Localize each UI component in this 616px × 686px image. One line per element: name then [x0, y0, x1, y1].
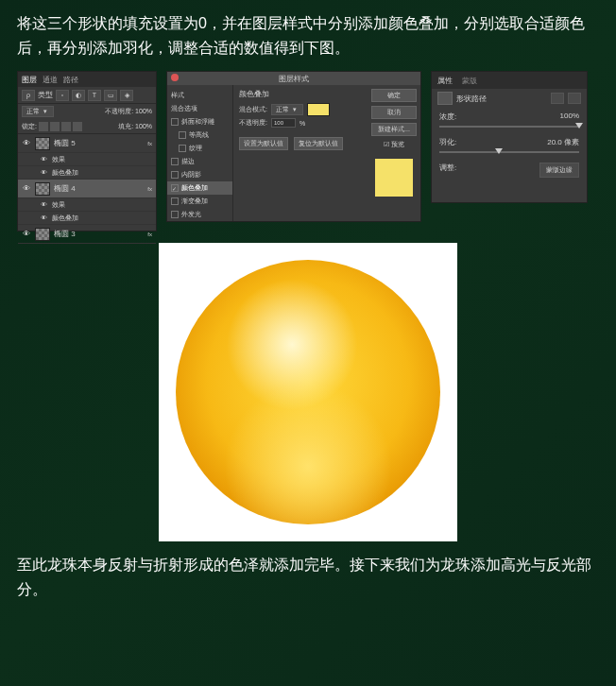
layer-item[interactable]: 👁 椭圆 3 fx	[18, 225, 156, 244]
refine-label: 调整:	[439, 163, 456, 178]
density-value[interactable]: 100%	[560, 111, 579, 122]
effect-label: 颜色叠加	[52, 214, 78, 223]
filter-kind-label: 类型	[38, 90, 53, 100]
visibility-icon[interactable]: 👁	[39, 169, 48, 176]
opacity-label: 不透明度:	[239, 118, 267, 128]
set-default-button[interactable]: 设置为默认值	[239, 137, 288, 150]
layer-thumb	[35, 137, 50, 150]
style-item-color-overlay[interactable]: 颜色叠加	[167, 181, 232, 195]
dialog-actions: 确定 取消 新建样式... ☑ 预览	[368, 85, 420, 221]
style-item[interactable]: 渐变叠加	[167, 195, 232, 208]
intro-paragraph: 将这三个形状的填充设置为0，并在图层样式中分别添加颜色叠加，分别选取合适颜色后，…	[0, 0, 616, 67]
layer-item[interactable]: 👁 椭圆 4 fx	[18, 180, 156, 198]
layers-panel-tabs: 图层 通道 路径	[18, 72, 156, 87]
feather-row: 羽化: 20.0 像素	[432, 133, 587, 159]
dialog-title-text: 图层样式	[279, 74, 309, 84]
style-settings: 颜色叠加 混合模式: 正常▾ 不透明度: 100 % 设置为默认值 复位为默认值	[233, 85, 368, 221]
opacity-input[interactable]: 100	[271, 118, 296, 128]
style-item[interactable]: 外发光	[167, 208, 232, 221]
blend-mode-dropdown[interactable]: 正常▾	[22, 106, 54, 117]
filter-type-icon[interactable]: T	[88, 90, 101, 101]
filter-pixel-icon[interactable]: ▫	[56, 90, 69, 101]
style-preview-swatch	[375, 159, 413, 197]
preview-checkbox[interactable]: ☑ 预览	[384, 140, 404, 149]
filter-smart-icon[interactable]: ◈	[120, 90, 133, 101]
pixel-mask-icon[interactable]	[551, 93, 564, 104]
density-slider[interactable]	[439, 126, 579, 128]
lock-pos-icon[interactable]	[61, 122, 71, 131]
overlay-color-swatch[interactable]	[307, 103, 330, 116]
cancel-button[interactable]: 取消	[371, 106, 417, 119]
tab-paths[interactable]: 路径	[63, 75, 78, 85]
feather-slider[interactable]	[439, 151, 579, 153]
feather-value[interactable]: 20.0 像素	[547, 137, 579, 147]
density-row: 浓度: 100%	[432, 108, 587, 133]
mask-type-label: 形状路径	[456, 94, 487, 104]
lock-all-icon[interactable]	[73, 122, 82, 131]
opacity-value[interactable]: 100%	[135, 108, 152, 114]
vector-mask-icon[interactable]	[568, 93, 581, 104]
layer-name: 椭圆 5	[54, 138, 76, 148]
lock-fill-row: 锁定: 填充: 100%	[18, 119, 156, 134]
dragon-ball-sphere	[176, 260, 440, 524]
style-item[interactable]: 样式	[167, 89, 232, 102]
style-item[interactable]: 斜面和浮雕	[167, 115, 232, 129]
style-item[interactable]: 混合选项	[167, 102, 232, 115]
style-item[interactable]: 纹理	[167, 142, 232, 155]
style-item[interactable]: 描边	[167, 155, 232, 168]
props-header: 属性 蒙版	[432, 72, 587, 89]
visibility-icon[interactable]: 👁	[22, 184, 31, 193]
result-preview	[159, 243, 457, 541]
density-label: 浓度:	[439, 111, 456, 122]
lock-pixel-icon[interactable]	[50, 122, 60, 131]
visibility-icon[interactable]: 👁	[39, 214, 48, 221]
tab-layers[interactable]: 图层	[22, 75, 37, 85]
layer-item[interactable]: 👁 椭圆 5 fx	[18, 134, 156, 153]
refine-row: 调整: 蒙版边缘	[432, 159, 587, 181]
mask-edge-button[interactable]: 蒙版边缘	[539, 163, 579, 178]
layer-effect-item[interactable]: 👁 效果	[18, 198, 156, 212]
style-list: 样式 混合选项 斜面和浮雕 等高线 纹理 描边 内阴影 颜色叠加 渐变叠加 外发…	[167, 85, 233, 221]
fx-badge[interactable]: fx	[147, 141, 152, 146]
visibility-icon[interactable]: 👁	[22, 230, 31, 238]
close-icon[interactable]	[171, 74, 179, 81]
feather-label: 羽化:	[439, 137, 456, 147]
properties-panel: 属性 蒙版 形状路径 浓度: 100% 羽化: 20.0 像素	[431, 71, 588, 203]
filter-shape-icon[interactable]: ▭	[104, 90, 117, 101]
layers-filter-bar: ρ 类型 ▫ ◐ T ▭ ◈	[18, 87, 156, 104]
filter-adjust-icon[interactable]: ◐	[72, 90, 85, 101]
style-item[interactable]: 等高线	[167, 129, 232, 142]
effect-label: 效果	[52, 200, 65, 210]
visibility-icon[interactable]: 👁	[39, 201, 48, 208]
props-title: 属性	[437, 76, 453, 86]
fx-badge[interactable]: fx	[147, 232, 152, 237]
style-item[interactable]: 内阴影	[167, 168, 232, 181]
ok-button[interactable]: 确定	[371, 89, 417, 102]
layer-effect-item[interactable]: 👁 颜色叠加	[18, 166, 156, 180]
layer-effect-item[interactable]: 👁 效果	[18, 153, 156, 166]
chevron-down-icon: ▾	[293, 106, 297, 113]
new-style-button[interactable]: 新建样式...	[371, 123, 417, 136]
visibility-icon[interactable]: 👁	[22, 139, 31, 147]
visibility-icon[interactable]: 👁	[39, 156, 48, 163]
layer-thumb	[35, 182, 50, 196]
filter-kind-dropdown[interactable]: ρ	[22, 90, 35, 101]
tab-channels[interactable]: 通道	[43, 75, 58, 85]
chevron-down-icon: ▾	[43, 108, 47, 115]
blend-mode-select[interactable]: 正常▾	[271, 104, 303, 115]
lock-trans-icon[interactable]	[39, 122, 48, 131]
blend-mode-label: 混合模式:	[239, 105, 267, 114]
fx-badge[interactable]: fx	[147, 186, 152, 192]
layer-effect-item[interactable]: 👁 颜色叠加	[18, 212, 156, 225]
reset-default-button[interactable]: 复位为默认值	[294, 137, 343, 150]
layer-style-dialog: 图层样式 样式 混合选项 斜面和浮雕 等高线 纹理 描边 内阴影 颜色叠加 渐变…	[166, 71, 421, 222]
fill-value[interactable]: 100%	[135, 123, 152, 129]
pct-label: %	[299, 120, 305, 127]
layer-name: 椭圆 3	[54, 229, 76, 239]
fill-label: 填充:	[118, 123, 133, 129]
panels-row: 图层 通道 路径 ρ 类型 ▫ ◐ T ▭ ◈ 正常▾ 不透明度: 100% 锁…	[0, 71, 616, 232]
effect-label: 效果	[52, 155, 65, 164]
layer-thumb	[35, 228, 50, 241]
props-tab-mask[interactable]: 蒙版	[462, 76, 477, 86]
settings-heading: 颜色叠加	[239, 89, 362, 99]
